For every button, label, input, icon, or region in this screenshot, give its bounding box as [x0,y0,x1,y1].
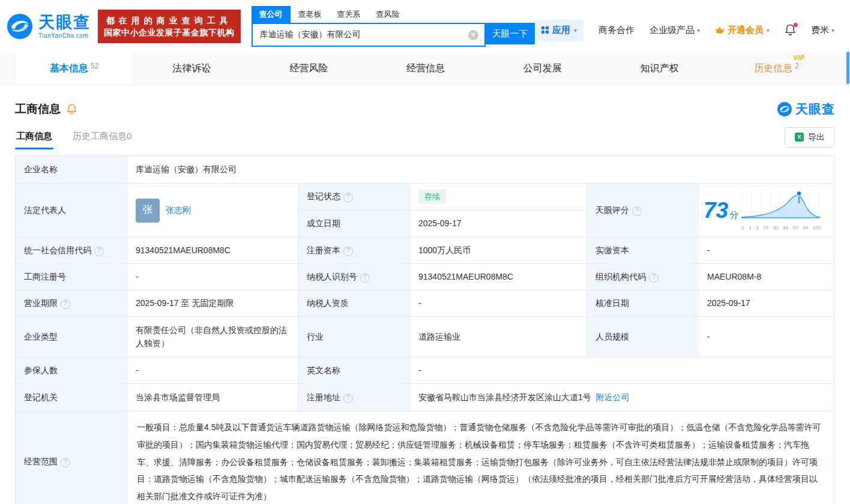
scope-value: 一般项目：总质量4.5吨及以下普通货运车辆道路货物运输（除网络货运和危险货物）；… [127,412,835,504]
taxpayer-quality-label: 纳税人资质 [298,290,410,317]
company-name-value: 库迪运输（安徽）有限公司 [127,156,835,184]
taxpayer-no-value: 91340521MAEUR08M8C [410,264,587,290]
logo-title: 天眼查 [38,14,91,31]
search-button[interactable]: 天眼一下 [486,23,535,44]
address-value: 安徽省马鞍山市当涂县经济开发区涂山大道1号 附近公司 [410,384,835,412]
org-code-value: MAEUR08M-8 [699,264,835,290]
tianyancha-logo-icon [6,13,34,40]
taxpayer-no-label: 纳税人识别号? [298,264,410,290]
approve-date-label: 核准日期 [587,290,699,317]
subtab-history-business-info[interactable]: 历史工商信息0 [71,125,133,149]
score-chart: 01 315 5085 9799 100 [741,189,821,232]
apps-label: 应用 [552,25,570,36]
legal-rep-value: 张 张志刚 [127,184,298,238]
tab-intellectual-property[interactable]: 知识产权 [601,53,718,85]
notifications-button[interactable] [785,24,796,36]
term-label: 营业期限? [16,290,127,317]
tab-operating-risk[interactable]: 经营风险 [250,53,367,85]
logo-text: 天眼查 TianYanCha.com [38,14,91,39]
credit-code-value: 91340521MAEUR08M8C [127,238,298,264]
help-icon[interactable]: ? [343,247,353,256]
user-menu[interactable]: 费米 ▾ [811,25,834,36]
search-tabs: 查公司 查老板 查关系 查风险 [252,6,535,23]
help-icon[interactable]: ? [343,394,353,403]
english-name-value: - [410,358,835,384]
reg-capital-value: 1000万人民币 [410,238,587,264]
tianyancha-logo[interactable]: 天眼查 TianYanCha.com [6,13,91,40]
reg-org-label: 登记机关 [16,384,127,412]
taxpayer-quality-value: - [410,290,587,317]
tab-basic-info-count: 52 [91,62,98,70]
clear-search-icon[interactable]: ✕ [468,30,478,40]
username-label: 费米 [811,25,829,36]
business-cooperation-link[interactable]: 商务合作 [598,25,634,36]
page-scrollbar-thumb[interactable] [846,52,849,84]
notification-dot [794,23,798,27]
industry-value: 道路运输业 [410,317,587,358]
search-row: ✕ 天眼一下 [252,23,535,47]
table-row: 企业名称 库迪运输（安徽）有限公司 [16,156,835,184]
score-label: 天眼评分? [587,184,699,238]
main-content: 工商信息 天眼查 工商信息 历史工商信息0 X 导出 [0,101,850,504]
company-name-label: 企业名称 [16,156,127,184]
logo-domain: TianYanCha.com [38,32,91,39]
tab-company-development[interactable]: 公司发展 [484,53,601,85]
caret-down-icon: ▾ [574,27,577,34]
help-icon[interactable]: ? [343,193,353,202]
reg-status-label: 登记状态? [298,184,410,211]
help-icon[interactable]: ? [61,299,70,309]
nearby-companies-link[interactable]: 附近公司 [596,392,630,402]
enterprise-products-menu[interactable]: 企业级产品 ▾ [650,25,700,36]
tab-operating-info[interactable]: 经营信息 [367,53,484,85]
legal-rep-label: 法定代表人 [16,184,127,238]
tab-basic-info[interactable]: 基本信息 52 [15,53,133,85]
search-area: 查公司 查老板 查关系 查风险 ✕ 天眼一下 [252,6,535,47]
tianyancha-watermark-icon [777,101,792,117]
help-icon[interactable]: ? [360,273,370,283]
staff-scale-value: - [699,317,835,358]
table-row: 经营范围? 一般项目：总质量4.5吨及以下普通货运车辆道路货物运输（除网络货运和… [16,412,835,504]
apps-menu[interactable]: 应用 ▾ [535,20,583,41]
legal-rep-avatar: 张 [136,199,160,223]
tab-history-info[interactable]: VIP 历史信息 2 [718,53,835,85]
help-icon[interactable]: ? [61,458,70,467]
score-value: 73分 [704,199,738,222]
legal-rep-link[interactable]: 张志刚 [166,204,191,217]
help-icon[interactable]: ? [649,273,659,283]
help-icon[interactable]: ? [94,247,104,256]
caret-down-icon: ▾ [767,27,770,34]
export-button[interactable]: X 导出 [785,127,835,148]
search-tab-risk[interactable]: 查风险 [369,6,408,23]
establish-date-value: 2025-09-17 [410,211,587,238]
table-row: 法定代表人 张 张志刚 登记状态? 存续 天眼评分? 73分 [16,184,835,211]
search-tab-boss[interactable]: 查老板 [291,6,330,23]
approve-date-value: 2025-09-17 [699,290,835,317]
tab-basic-info-label: 基本信息 [50,62,88,75]
help-icon[interactable]: ? [632,206,642,216]
search-tab-relation[interactable]: 查关系 [330,6,369,23]
enterprise-label: 企业级产品 [650,25,695,36]
reg-org-value: 当涂县市场监督管理局 [127,384,298,412]
search-input[interactable] [259,29,468,40]
export-label: 导出 [808,132,825,143]
search-tab-company[interactable]: 查公司 [252,6,291,23]
table-row: 参保人数 - 英文名称 - [16,358,835,384]
subtab-business-info[interactable]: 工商信息 [15,125,53,149]
reg-status-value: 存续 [410,184,587,211]
tab-legal-proceedings[interactable]: 法律诉讼 [133,53,250,85]
monitor-bell-icon[interactable] [67,104,77,115]
vip-label: 开通会员 [728,25,764,36]
paid-capital-value: - [699,238,835,264]
slogan-line2: 国家中小企业发展子基金旗下机构 [104,26,235,38]
table-row: 统一社会信用代码? 91340521MAEUR08M8C 注册资本? 1000万… [16,238,835,264]
page-title: 工商信息 [15,101,61,117]
staff-scale-label: 人员规模 [587,317,699,358]
address-label: 注册地址? [298,384,410,412]
table-row: 登记机关 当涂县市场监督管理局 注册地址? 安徽省马鞍山市当涂县经济开发区涂山大… [16,384,835,412]
open-vip-link[interactable]: 开通会员 ▾ [715,25,770,36]
tianyan-score[interactable]: 73分 [699,184,835,238]
section-header: 工商信息 天眼查 [15,101,835,118]
tab-history-label: 历史信息 [754,62,792,75]
term-value: 2025-09-17 至 无固定期限 [127,290,298,317]
score-distribution-curve [741,189,821,220]
